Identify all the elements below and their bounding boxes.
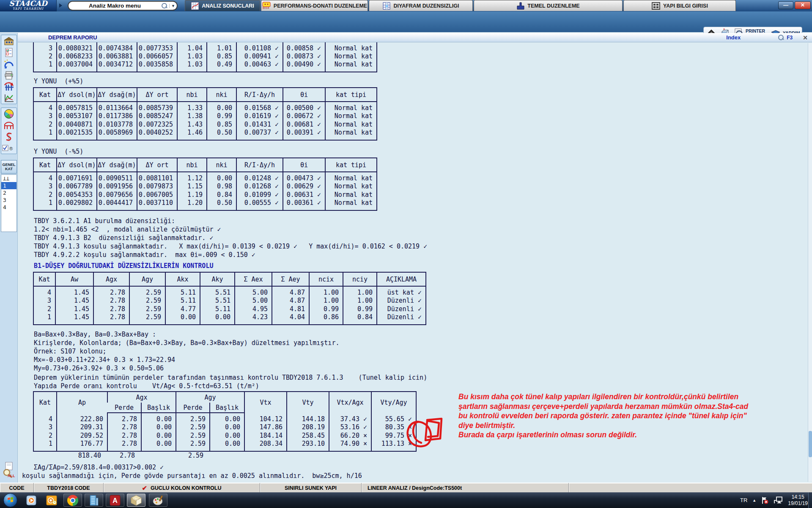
table-row: 41.452.782.595.115.515.004.871.001.00üst… bbox=[33, 286, 426, 296]
table-cell: 0.0053107 bbox=[57, 112, 97, 120]
table-cell: 0.00 bbox=[141, 413, 176, 423]
red-check-icon: ✔ bbox=[142, 484, 148, 492]
show-desktop-button[interactable] bbox=[808, 492, 812, 508]
performans-icon: 6014 bbox=[262, 1, 271, 11]
option-toggle-button[interactable]: ® bbox=[1, 142, 16, 154]
table-row: 2209.522.780.002.590.00184.14258.4566.20… bbox=[33, 431, 416, 440]
media-player-taskbar-icon[interactable] bbox=[22, 494, 41, 507]
table-cell: 2 bbox=[33, 431, 57, 440]
chevron-down-icon[interactable]: ▼ bbox=[169, 4, 177, 8]
table-cell: 0.84 bbox=[207, 190, 236, 199]
pie-chart-icon bbox=[4, 109, 14, 119]
table-cell: 0.0021535 bbox=[57, 129, 97, 140]
floor-item-4[interactable]: 4 bbox=[1, 204, 16, 211]
genel-kat-button[interactable]: GENEL KAT bbox=[1, 160, 17, 174]
table-cell: 0.86 bbox=[309, 313, 343, 325]
floor-item-1[interactable]: 1 bbox=[1, 182, 16, 189]
tab-temel-duzenleme[interactable]: TEMEL DUZENLEME bbox=[474, 0, 623, 11]
index-link[interactable]: Index bbox=[726, 34, 741, 41]
windows-taskbar: A TR ▲ 14:15 19/01/19 bbox=[0, 492, 812, 508]
table-cell: 5.11 bbox=[200, 305, 235, 313]
column-header: ΔY dsol(m) bbox=[57, 88, 97, 102]
undo-button[interactable] bbox=[1, 58, 16, 69]
status-guclu-kolon: ✔ GUCLU KOLON KONTROLU bbox=[104, 483, 260, 493]
vertical-scrollbar[interactable] bbox=[808, 43, 812, 482]
building-button[interactable] bbox=[1, 35, 16, 47]
text-line: Kirişlerde, Kolonlarda; (Ba=Bax+0.3×Bay,… bbox=[34, 339, 339, 347]
app-logo: STA4CAD YAPI TASARIMI bbox=[0, 0, 57, 11]
section-heading-y-minus: Y YONU (-%5) bbox=[34, 147, 83, 156]
paint-taskbar-icon[interactable] bbox=[149, 494, 167, 507]
floor-item-all[interactable]: ⊥⊥ bbox=[1, 175, 16, 182]
expand-arrow-icon[interactable] bbox=[59, 3, 62, 8]
pie-chart-button[interactable] bbox=[1, 108, 16, 119]
svg-text:A: A bbox=[112, 497, 118, 504]
table-cell: 0.0117386 bbox=[97, 112, 137, 120]
search-icon bbox=[161, 3, 167, 9]
column-header: Kat bbox=[33, 88, 57, 102]
tab-diyafram-duzensizligi[interactable]: DIYAFRAM DUZENSIZLIGI bbox=[369, 0, 473, 11]
table-cell: 258.45 bbox=[287, 431, 329, 440]
chart-button[interactable] bbox=[1, 92, 16, 104]
table-cell: 4.04 bbox=[272, 313, 309, 325]
minimize-button[interactable]: — bbox=[778, 1, 793, 9]
table-cell: 0.00 bbox=[207, 172, 236, 182]
top-tab-strip: STA4CAD YAPI TASARIMI Analiz Makro menu … bbox=[0, 0, 812, 11]
status-label: CODE bbox=[9, 485, 24, 491]
start-button[interactable] bbox=[3, 493, 17, 507]
table-cell: 0.00 bbox=[210, 423, 244, 431]
column-header: Σ Aex bbox=[235, 272, 272, 286]
table-cell: 4 bbox=[33, 102, 57, 112]
table-cell: 1.45 bbox=[55, 286, 93, 296]
table-cell: 208.34 bbox=[244, 440, 287, 451]
refresh-frame-button[interactable] bbox=[1, 81, 16, 92]
table-cell: 147.86 bbox=[244, 423, 287, 431]
sta4cad-taskbar-icon[interactable] bbox=[85, 494, 103, 507]
language-indicator[interactable]: TR bbox=[740, 497, 747, 503]
svg-text:ALL: ALL bbox=[8, 474, 15, 478]
status-sunek-yapi: SINIRLI SUNEK YAPI bbox=[260, 483, 362, 493]
chrome-taskbar-icon[interactable] bbox=[63, 494, 82, 507]
floor-item-3[interactable]: 3 bbox=[1, 196, 16, 204]
status-label: GUCLU KOLON KONTROLU bbox=[151, 485, 221, 491]
paint-palette-icon bbox=[152, 495, 164, 506]
y-minus-drift-table: KatΔY dsol(m)ΔY dsağ(m)ΔY ortnbinkiR/I·Δ… bbox=[33, 157, 377, 211]
table-cell: 1.45 bbox=[55, 305, 93, 313]
action-center-flag-icon[interactable] bbox=[761, 497, 768, 504]
header-bar: PROJE : CİVİL İNŞAAT1 PRINTER EDITOR YAR… bbox=[0, 11, 812, 32]
print-button[interactable] bbox=[1, 69, 16, 81]
table-cell: 2.59 bbox=[176, 423, 210, 431]
frame-mode-button[interactable] bbox=[1, 119, 16, 131]
table-cell: 0.98 bbox=[207, 182, 236, 190]
tab-yapi-bilgi-girisi[interactable]: YAPI BILGI GIRISI bbox=[623, 0, 736, 11]
network-icon[interactable] bbox=[774, 496, 783, 504]
floor-item-2[interactable]: 2 bbox=[1, 189, 16, 196]
zoom-all-button[interactable]: ALL bbox=[1, 461, 16, 480]
close-report-icon[interactable]: ✕ bbox=[803, 34, 808, 41]
column-header: kat tipi bbox=[325, 158, 377, 172]
total-agy: 2.59 bbox=[141, 451, 209, 460]
active-app-taskbar-icon[interactable] bbox=[127, 494, 145, 507]
tab-label: DIYAFRAM DUZENSIZLIGI bbox=[393, 3, 459, 9]
tab-analiz-sonuclari[interactable]: ANALIZ SONUCLARI bbox=[185, 0, 260, 11]
taskbar-clock[interactable]: 14:15 19/01/19 bbox=[788, 494, 808, 507]
table-cell: 1.03 bbox=[177, 52, 207, 61]
status-label: LINEER ANALIZ / DesignCode:TS500t bbox=[368, 485, 462, 491]
outlook-taskbar-icon[interactable] bbox=[42, 494, 61, 507]
perde-control-text: Deprem yüklerinin tümünün perdeler taraf… bbox=[34, 373, 427, 390]
printer-icon bbox=[3, 71, 14, 80]
table-cell: 0.0068233 bbox=[57, 52, 97, 61]
autocad-taskbar-icon[interactable]: A bbox=[106, 494, 124, 507]
macro-menu-dropdown[interactable]: Analiz Makro menu ▼ bbox=[68, 1, 178, 11]
search-icon bbox=[778, 34, 784, 41]
tab-performans-donati[interactable]: 6014 PERFORMANS-DONATI DUZENLEME bbox=[261, 0, 368, 11]
table-cell: 0.85 bbox=[207, 52, 236, 61]
scrollbar-thumb[interactable] bbox=[809, 431, 812, 457]
report-checklist-button[interactable] bbox=[1, 47, 16, 58]
close-button[interactable]: ✕ bbox=[795, 1, 811, 9]
table-cell: 0.85 bbox=[207, 120, 236, 129]
table-cell: 0.00361 ✓ bbox=[283, 199, 325, 210]
section-curve-button[interactable] bbox=[1, 131, 16, 142]
find-f3-button[interactable]: F3 bbox=[778, 34, 793, 41]
tray-expand-icon[interactable]: ▲ bbox=[752, 498, 756, 502]
